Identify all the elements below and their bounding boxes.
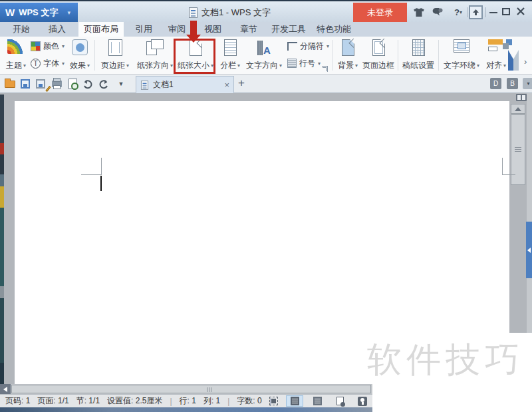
ribbon-tab-bar: 开始 插入 页面布局 引用 审阅 视图 章节 开发工具 特色功能 (0, 22, 532, 37)
group-divider (438, 40, 439, 71)
fullscreen-view-icon[interactable] (265, 395, 282, 407)
scroll-up-button[interactable] (511, 104, 525, 114)
chevron-down-icon: ▾ (460, 9, 462, 15)
group-objects-icon[interactable] (503, 39, 513, 50)
dialog-launcher-icon[interactable] (322, 66, 328, 72)
margin-crop-mark-left (81, 174, 102, 175)
document-icon (141, 81, 148, 90)
wps-logo: W (5, 7, 15, 18)
theme-button[interactable]: 主题▾ (3, 38, 29, 73)
palette-icon (31, 41, 41, 51)
print-preview-icon[interactable] (66, 77, 79, 91)
group-divider (94, 40, 95, 71)
font-icon: T (31, 59, 41, 69)
chevron-down-icon: ▾ (67, 9, 70, 16)
page-border-button[interactable]: 页面边框 (362, 38, 395, 73)
orientation-button[interactable]: 纸张方向▾ (135, 38, 175, 73)
colors-button[interactable]: 颜色▾ (31, 40, 65, 52)
tab-home[interactable]: 开始 (7, 22, 36, 37)
ribbon-overflow-icon[interactable]: › (524, 57, 527, 67)
outline-view-icon[interactable] (309, 395, 326, 407)
side-panel-tab[interactable] (526, 222, 532, 278)
columns-button[interactable]: 分栏▾ (217, 38, 243, 73)
undo-icon[interactable] (81, 77, 94, 91)
feedback-icon[interactable] (431, 6, 444, 19)
tips-icon[interactable] (354, 395, 371, 407)
print-icon[interactable] (50, 77, 63, 91)
docer-icon[interactable]: D (490, 78, 501, 89)
web-layout-icon[interactable] (331, 395, 348, 407)
rotate-icon[interactable] (508, 59, 519, 71)
status-column: 列: 1 (203, 395, 220, 407)
save-as-icon[interactable] (34, 77, 47, 91)
horizontal-scrollbar-thumb[interactable] (11, 385, 371, 393)
skin-store-icon[interactable] (412, 6, 426, 19)
line-numbers-button[interactable]: 行号▾ (287, 57, 321, 69)
breaks-icon (287, 42, 297, 51)
bookmark-icon[interactable]: B (507, 78, 518, 89)
help-icon[interactable]: ? ▾ (450, 6, 467, 19)
quick-access-toolbar: ▼ 文档1 × + D B ▾ (0, 75, 532, 93)
hide-ribbon-icon[interactable] (469, 5, 483, 19)
margin-crop-mark-right (502, 158, 503, 175)
page-border-icon (372, 39, 385, 56)
divider (467, 7, 467, 17)
wps-writer-window: W WPS 文字 ▾ 文档1 - WPS 文字 未登录 ? ▾ (0, 0, 532, 412)
close-tab-icon[interactable]: × (224, 80, 229, 90)
ruler-toggle-icon[interactable] (516, 94, 527, 101)
document-tab[interactable]: 文档1 × (136, 76, 234, 93)
chevron-left-icon (527, 248, 531, 253)
window-title: 文档1 - WPS 文字 (189, 1, 271, 23)
margins-button[interactable]: 页边距▾ (98, 38, 132, 73)
effects-icon (72, 39, 88, 55)
document-icon (189, 7, 198, 18)
new-tab-icon[interactable]: + (238, 77, 245, 90)
grid-paper-icon (412, 39, 425, 56)
group-divider (332, 40, 332, 71)
login-button[interactable]: 未登录 (353, 3, 407, 22)
redo-icon[interactable] (97, 77, 110, 91)
tab-view[interactable]: 视图 (198, 22, 227, 37)
wps-menu-button[interactable]: W WPS 文字 ▾ (0, 3, 78, 22)
theme-icon (7, 39, 25, 54)
tab-special[interactable]: 特色功能 (313, 22, 355, 37)
align-icon (488, 39, 504, 51)
fonts-button[interactable]: T 字体▾ (31, 57, 65, 69)
grid-paper-button[interactable]: 稿纸设置 (402, 38, 435, 73)
text-direction-icon: A (257, 39, 271, 55)
callout-arrow-head (186, 35, 201, 43)
tab-section[interactable]: 章节 (234, 22, 263, 37)
orientation-icon (146, 39, 164, 57)
close-button[interactable] (516, 7, 525, 16)
tab-dev-tools[interactable]: 开发工具 (267, 22, 310, 37)
title-bar: W WPS 文字 ▾ 文档1 - WPS 文字 未登录 ? ▾ (0, 0, 532, 22)
document-tab-label: 文档1 (153, 79, 174, 91)
horizontal-scrollbar[interactable] (0, 384, 372, 394)
maximize-button[interactable] (502, 8, 510, 15)
margins-icon (108, 39, 122, 56)
columns-icon (224, 39, 237, 56)
background-button[interactable]: 背景▾ (335, 38, 360, 73)
margin-crop-mark-right (502, 174, 515, 175)
callout-highlight-box (174, 39, 215, 74)
text-direction-button[interactable]: A 文字方向▾ (243, 38, 285, 73)
more-tools-icon[interactable]: ▾ (523, 78, 532, 89)
page-view-icon[interactable] (286, 395, 303, 407)
taskbar-strip (0, 407, 372, 412)
scroll-left-button[interactable] (0, 384, 11, 394)
document-canvas (0, 93, 532, 101)
tab-insert[interactable]: 插入 (43, 22, 72, 37)
tab-references[interactable]: 引用 (129, 22, 158, 37)
background-icon (342, 39, 354, 56)
effects-button[interactable]: 效果▾ (66, 38, 93, 73)
line-numbers-icon (287, 59, 297, 68)
minimize-button[interactable] (489, 12, 497, 13)
callout-arrow (190, 21, 197, 35)
text-wrap-button[interactable]: 文字环绕▾ (444, 38, 479, 73)
document-canvas-left (4, 101, 15, 384)
open-icon[interactable] (3, 77, 17, 91)
save-icon[interactable] (19, 77, 32, 91)
breaks-button[interactable]: 分隔符▾ (287, 40, 329, 52)
customize-toolbar-icon[interactable]: ▼ (114, 77, 128, 91)
tab-page-layout[interactable]: 页面布局 (78, 22, 124, 37)
